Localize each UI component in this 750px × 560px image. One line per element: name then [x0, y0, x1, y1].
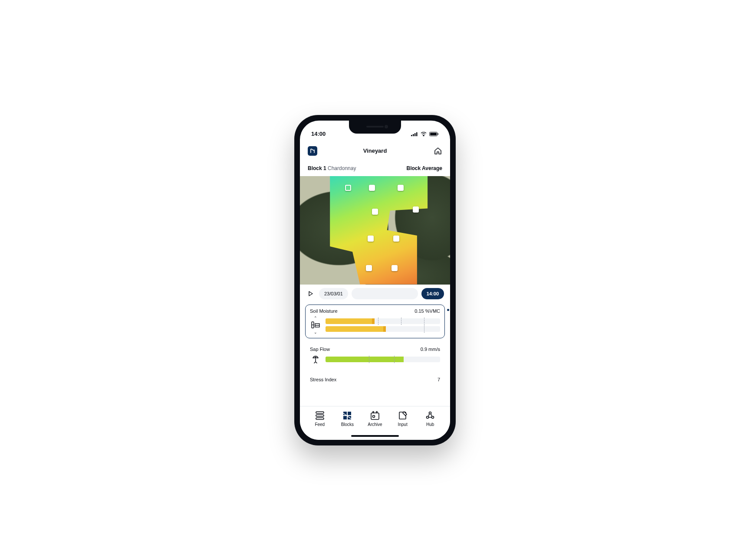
sensor-marker[interactable]: [393, 236, 399, 242]
metric-icon: [310, 354, 321, 365]
metric-value: 0.15 %VMC: [414, 308, 440, 314]
timeline-scrubber[interactable]: [352, 288, 418, 299]
input-icon: [398, 411, 408, 420]
metric-bar: [326, 326, 440, 332]
archive-icon: [370, 411, 380, 420]
page-title: Vineyard: [363, 147, 387, 154]
metric-bar: [326, 318, 440, 324]
metric-title: Soil Moisture: [310, 308, 338, 314]
block-average-selector[interactable]: Block Average: [407, 165, 442, 171]
block-prefix: Block 1: [308, 165, 326, 171]
metric-bar: [326, 357, 440, 362]
app-header: Vineyard: [300, 141, 450, 160]
logo-icon: [309, 148, 316, 154]
svg-point-21: [376, 411, 377, 413]
sensor-marker[interactable]: [398, 185, 404, 191]
metric-icon: ⌃⌄: [310, 316, 321, 334]
time-pill[interactable]: 14:00: [421, 288, 444, 299]
svg-point-22: [372, 415, 375, 417]
status-time: 14:00: [311, 131, 326, 137]
svg-rect-12: [316, 415, 324, 416]
svg-line-27: [428, 414, 430, 416]
play-icon: [308, 291, 314, 297]
home-indicator: [351, 435, 399, 437]
timeline-row: 23/03/01 14:00: [300, 285, 450, 303]
nav-item-archive[interactable]: Archive: [363, 411, 387, 427]
nav-label: Feed: [315, 422, 325, 427]
home-button[interactable]: [433, 147, 442, 155]
svg-rect-2: [414, 133, 416, 136]
heatmap-overlay: [300, 176, 450, 285]
metric-card[interactable]: Sap Flow0.9 mm/s: [305, 343, 445, 369]
nav-label: Input: [398, 422, 407, 427]
metrics-panel: Soil Moisture0.15 %VMC⌃⌄Sap Flow0.9 mm/s…: [300, 303, 450, 406]
battery-icon: [429, 132, 439, 136]
play-button[interactable]: [306, 291, 316, 297]
phone-notch: [349, 121, 401, 134]
page-indicator-dot: [447, 309, 449, 311]
sensor-marker[interactable]: [372, 209, 378, 215]
svg-rect-1: [413, 134, 414, 136]
svg-point-24: [429, 412, 431, 414]
sub-header: Block 1 Chardonnay Block Average: [300, 160, 450, 176]
sensor-marker[interactable]: [366, 265, 372, 271]
nav-item-input[interactable]: Input: [391, 411, 415, 427]
svg-line-28: [431, 414, 432, 416]
feed-icon: [315, 411, 325, 420]
nav-label: Blocks: [341, 422, 354, 427]
sensor-marker[interactable]: [391, 265, 398, 271]
sensor-marker[interactable]: [413, 206, 419, 213]
metric-title: Sap Flow: [310, 347, 330, 352]
signal-icon: [411, 132, 418, 136]
wifi-icon: [421, 132, 427, 136]
svg-rect-15: [348, 412, 351, 415]
svg-rect-13: [316, 418, 324, 419]
svg-rect-0: [411, 135, 412, 136]
nav-label: Hub: [426, 422, 434, 427]
nav-item-hub[interactable]: Hub: [418, 411, 442, 427]
date-pill[interactable]: 23/03/01: [319, 288, 348, 299]
nav-label: Archive: [368, 422, 382, 427]
map-area[interactable]: [300, 176, 450, 285]
status-icons: [411, 132, 439, 136]
hub-icon: [425, 411, 435, 420]
svg-rect-16: [343, 416, 347, 419]
sap-flow-icon: [310, 354, 321, 365]
block-selector[interactable]: Block 1 Chardonnay: [308, 165, 356, 171]
blocks-icon: [342, 411, 352, 420]
nav-item-feed[interactable]: Feed: [308, 411, 332, 427]
svg-rect-3: [416, 132, 418, 136]
home-icon: [434, 147, 442, 155]
svg-point-25: [427, 416, 429, 418]
svg-point-26: [432, 416, 434, 418]
caret-down-icon[interactable]: ⌄: [314, 331, 317, 334]
svg-rect-6: [438, 133, 439, 135]
soil-probe-icon: [310, 320, 321, 331]
sensor-marker[interactable]: [345, 185, 351, 191]
sensor-marker[interactable]: [369, 185, 375, 191]
caret-up-icon[interactable]: ⌃: [314, 316, 317, 320]
metric-card[interactable]: Stress Index7: [305, 373, 445, 389]
svg-rect-5: [430, 133, 437, 135]
metric-value: 0.9 mm/s: [421, 347, 440, 352]
svg-point-20: [372, 411, 374, 413]
metric-card[interactable]: Soil Moisture0.15 %VMC⌃⌄: [305, 305, 445, 338]
svg-rect-11: [316, 412, 324, 413]
nav-item-blocks[interactable]: Blocks: [335, 411, 359, 427]
phone-frame: 14:00 Vineyard Block 1 Chardonnay Block: [295, 115, 455, 445]
metric-value: 7: [438, 377, 440, 382]
phone-screen: 14:00 Vineyard Block 1 Chardonnay Block: [300, 121, 450, 440]
sensor-marker[interactable]: [368, 236, 374, 242]
metric-title: Stress Index: [310, 377, 336, 382]
block-suffix: Chardonnay: [328, 165, 356, 171]
app-logo[interactable]: [308, 146, 317, 156]
